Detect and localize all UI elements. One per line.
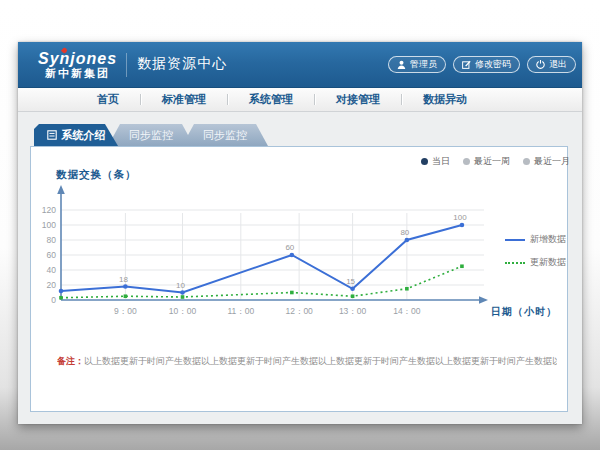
content-area: 系统介绍 同步监控 同步监控 当日 最近一周 最近一月 数据交 bbox=[18, 112, 582, 424]
header-divider bbox=[126, 53, 127, 77]
nav-item-standard-mgmt[interactable]: 标准管理 bbox=[141, 92, 227, 107]
svg-text:0: 0 bbox=[51, 295, 56, 305]
footnote: 备注：以上数据更新于时间产生数据以上数据更新于时间产生数据以上数据更新于时间产生… bbox=[57, 355, 557, 368]
radio-unselected-icon bbox=[463, 158, 470, 165]
power-icon bbox=[536, 60, 545, 69]
main-nav: 首页 标准管理 系统管理 对接管理 数据异动 bbox=[18, 88, 582, 112]
radio-today[interactable]: 当日 bbox=[421, 155, 450, 168]
user-icon bbox=[397, 60, 406, 69]
svg-text:60: 60 bbox=[285, 243, 294, 252]
radio-last-month-label: 最近一月 bbox=[534, 155, 570, 168]
user-name-label: 管理员 bbox=[410, 58, 437, 71]
nav-item-data-change[interactable]: 数据异动 bbox=[402, 92, 488, 107]
edit-icon bbox=[462, 60, 471, 69]
svg-text:9：00: 9：00 bbox=[114, 306, 137, 316]
nav-item-system-mgmt[interactable]: 系统管理 bbox=[228, 92, 314, 107]
radio-unselected-icon bbox=[523, 158, 530, 165]
legend-item-updated-data: 更新数据 bbox=[505, 256, 566, 269]
blue-line-sample-icon bbox=[505, 239, 525, 241]
logout-label: 退出 bbox=[549, 58, 567, 71]
logout-button[interactable]: 退出 bbox=[527, 56, 576, 73]
svg-text:40: 40 bbox=[47, 265, 57, 275]
document-icon bbox=[47, 130, 57, 140]
user-menu-button[interactable]: 管理员 bbox=[388, 56, 446, 73]
brand-logo: Synjones 新中新集团 bbox=[38, 50, 117, 80]
svg-text:120: 120 bbox=[42, 205, 56, 215]
tab-bar: 系统介绍 同步监控 同步监控 bbox=[34, 124, 268, 146]
svg-text:18: 18 bbox=[119, 275, 128, 284]
radio-selected-icon bbox=[421, 158, 428, 165]
svg-text:80: 80 bbox=[400, 228, 409, 237]
svg-text:100: 100 bbox=[453, 213, 467, 222]
change-password-button[interactable]: 修改密码 bbox=[453, 56, 520, 73]
footnote-label: 备注： bbox=[57, 356, 84, 366]
nav-item-integration-mgmt[interactable]: 对接管理 bbox=[315, 92, 401, 107]
svg-text:12：00: 12：00 bbox=[285, 306, 313, 316]
radio-last-week[interactable]: 最近一周 bbox=[463, 155, 510, 168]
user-toolbar: 管理员 修改密码 退出 bbox=[388, 56, 576, 73]
radio-last-month[interactable]: 最近一月 bbox=[523, 155, 570, 168]
change-password-label: 修改密码 bbox=[475, 58, 511, 71]
radio-last-week-label: 最近一周 bbox=[474, 155, 510, 168]
legend-item-new-data: 新增数据 bbox=[505, 233, 566, 246]
svg-text:14：00: 14：00 bbox=[393, 306, 421, 316]
tab-system-intro-label: 系统介绍 bbox=[62, 124, 106, 146]
tab-sync-monitor-2[interactable]: 同步监控 bbox=[182, 124, 268, 146]
brand-company: 新中新集团 bbox=[38, 67, 117, 80]
time-range-filter: 当日 最近一周 最近一月 bbox=[421, 155, 570, 168]
chart-legend: 新增数据 更新数据 bbox=[505, 233, 566, 269]
svg-text:80: 80 bbox=[47, 235, 57, 245]
green-line-sample-icon bbox=[505, 262, 525, 264]
svg-text:60: 60 bbox=[47, 250, 57, 260]
legend-new-data-label: 新增数据 bbox=[530, 233, 566, 246]
radio-today-label: 当日 bbox=[432, 155, 450, 168]
svg-text:10：00: 10：00 bbox=[169, 306, 197, 316]
y-axis-title: 数据交换（条） bbox=[56, 168, 137, 182]
svg-text:15: 15 bbox=[346, 277, 355, 286]
brand-name-text: Synjones bbox=[38, 50, 117, 67]
footnote-text: 以上数据更新于时间产生数据以上数据更新于时间产生数据以上数据更新于时间产生数据以… bbox=[84, 356, 557, 366]
page-title: 数据资源中心 bbox=[137, 55, 227, 75]
legend-updated-data-label: 更新数据 bbox=[530, 256, 566, 269]
nav-item-home[interactable]: 首页 bbox=[76, 92, 140, 107]
page: { "window": { "logo": { "brand": "Synjon… bbox=[0, 0, 600, 450]
tab-sync-monitor-1[interactable]: 同步监控 bbox=[108, 124, 194, 146]
svg-text:100: 100 bbox=[42, 220, 56, 230]
tab-system-intro[interactable]: 系统介绍 bbox=[34, 124, 118, 146]
chart-svg: 0204060801001209：0010：0011：0012：0013：001… bbox=[39, 183, 567, 341]
brand-name: Synjones bbox=[38, 50, 117, 67]
chart-panel: 当日 最近一周 最近一月 数据交换（条） 0204060801001209：00… bbox=[30, 146, 568, 412]
svg-text:13：00: 13：00 bbox=[339, 306, 367, 316]
app-window: Synjones 新中新集团 数据资源中心 管理员 修改密码 bbox=[18, 42, 582, 424]
svg-text:11：00: 11：00 bbox=[227, 306, 254, 316]
svg-text:日期（小时）: 日期（小时） bbox=[491, 306, 557, 317]
app-header: Synjones 新中新集团 数据资源中心 管理员 修改密码 bbox=[18, 42, 582, 88]
svg-text:10: 10 bbox=[176, 281, 185, 290]
svg-text:20: 20 bbox=[47, 280, 57, 290]
